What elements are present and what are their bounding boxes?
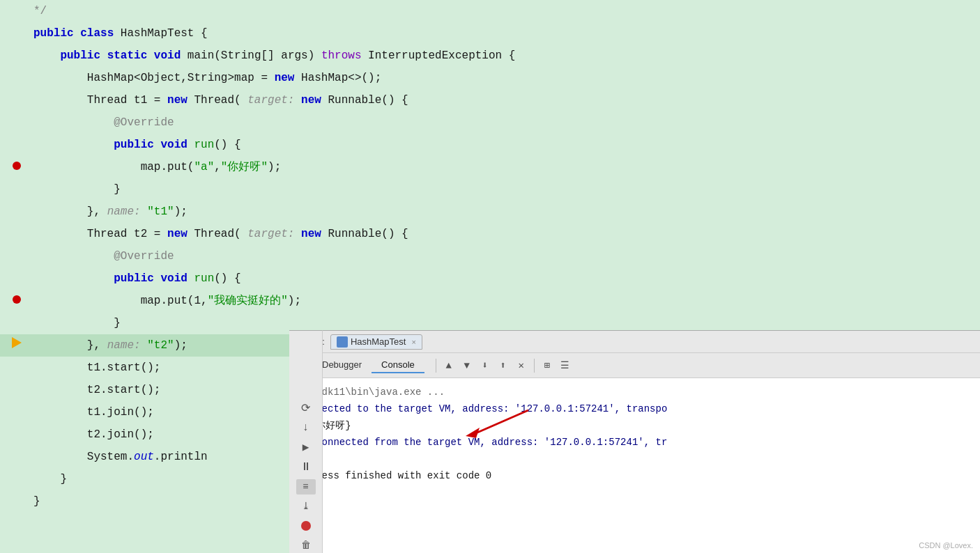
line-content-5: Thread t1 = new Thread( target: new Runn… (26, 89, 980, 111)
breakpoint-dot-14 (13, 295, 21, 304)
code-line-8: map.put("a","你好呀"); (0, 156, 980, 178)
breakpoint-dot-8 (13, 162, 21, 170)
line-content-12: @Override (26, 245, 980, 267)
debug-tab[interactable]: HashMapTest × (330, 334, 422, 350)
toolbar-separator-1 (436, 359, 436, 373)
delete-icon[interactable]: 🗑 (296, 538, 316, 553)
breakpoint-arrow-16 (12, 337, 22, 348)
line-content-2: public class HashMapTest { (26, 22, 980, 45)
download-icon[interactable]: ⬇ (477, 357, 493, 374)
console-line-6: Process finished with exit code 0 (298, 467, 972, 484)
code-line-14: map.put(1,"我确实挺好的"); (0, 290, 980, 312)
code-line-7: public void run() { (0, 134, 980, 156)
code-line-13: public void run() { (0, 267, 980, 290)
grid-icon[interactable]: ⊞ (539, 357, 556, 374)
code-line-3: public static void main(String[] args) t… (0, 45, 980, 67)
step-down-icon[interactable]: ↓ (296, 420, 316, 435)
toolbar-separator-2 (534, 359, 535, 373)
upload-icon[interactable]: ⬆ (495, 357, 512, 374)
watermark: CSDN @Lovex. (919, 541, 973, 550)
resume-icon[interactable]: ▶ (296, 439, 316, 455)
console-line-3: {a=你好呀} (298, 417, 972, 434)
code-line-4: HashMap<Object,String>map = new HashMap<… (0, 67, 980, 89)
code-line-11: Thread t2 = new Thread( target: new Runn… (0, 223, 980, 245)
code-line-12: @Override (0, 245, 980, 267)
line-content-13: public void run() { (26, 267, 980, 290)
console-output: F:\jdk11\bin\java.exe ... Connected to t… (290, 378, 980, 553)
code-line-10: }, name: "t1"); (0, 201, 980, 223)
list-icon[interactable]: ☰ (557, 357, 574, 374)
code-line-1: */ (0, 0, 980, 22)
scroll-down-icon[interactable]: ▼ (459, 357, 475, 374)
gutter-14 (7, 295, 26, 304)
line-content-7: public void run() { (26, 134, 980, 156)
line-content-11: Thread t2 = new Thread( target: new Runn… (26, 223, 980, 245)
line-content-9: } (26, 178, 980, 201)
gutter-16 (7, 337, 26, 348)
tab-console[interactable]: Console (372, 357, 424, 373)
line-content-14: map.put(1,"我确实挺好的"); (26, 290, 980, 312)
stop-icon[interactable] (296, 518, 316, 533)
line-content-8: map.put("a","你好呀"); (26, 156, 980, 178)
console-line-4: Disconnected from the target VM, address… (298, 434, 972, 451)
export-icon[interactable]: ⤓ (296, 499, 316, 514)
line-content-6: @Override (26, 111, 980, 134)
console-line-5 (298, 451, 972, 467)
console-line-1: F:\jdk11\bin\java.exe ... (298, 384, 972, 400)
debug-tab-title: HashMapTest (351, 336, 406, 347)
left-debug-toolbar: ⟳ ↓ ▶ ⏸ ≡ ⤓ 🗑 (289, 330, 323, 553)
debug-panel: Debug: HashMapTest × Debugger Console ▲ … (289, 330, 980, 553)
line-content-1: */ (26, 0, 980, 22)
pause-icon[interactable]: ⏸ (296, 459, 316, 474)
code-line-6: @Override (0, 111, 980, 134)
line-content-3: public static void main(String[] args) t… (26, 45, 980, 67)
debug-header: Debug: HashMapTest × (290, 331, 980, 353)
console-tabs: Debugger Console (312, 357, 424, 373)
scroll-up-icon[interactable]: ▲ (441, 357, 457, 374)
tab-file-icon (337, 336, 348, 348)
line-content-4: HashMap<Object,String>map = new HashMap<… (26, 67, 980, 89)
gutter-8 (7, 162, 26, 170)
code-line-9: } (0, 178, 980, 201)
console-line-2: Connected to the target VM, address: '12… (298, 400, 972, 417)
step-over-icon[interactable]: ⟳ (296, 400, 316, 416)
more-icon[interactable]: ≡ (296, 479, 316, 494)
code-line-5: Thread t1 = new Thread( target: new Runn… (0, 89, 980, 111)
line-content-10: }, name: "t1"); (26, 201, 980, 223)
debug-toolbar: Debugger Console ▲ ▼ ⬇ ⬆ ✕ ⊞ ☰ (290, 353, 980, 378)
code-line-2: public class HashMapTest { (0, 22, 980, 45)
clear-icon[interactable]: ✕ (513, 357, 530, 374)
svg-point-5 (301, 521, 311, 531)
debug-tab-close[interactable]: × (411, 338, 415, 346)
console-cursor: | (298, 484, 972, 501)
